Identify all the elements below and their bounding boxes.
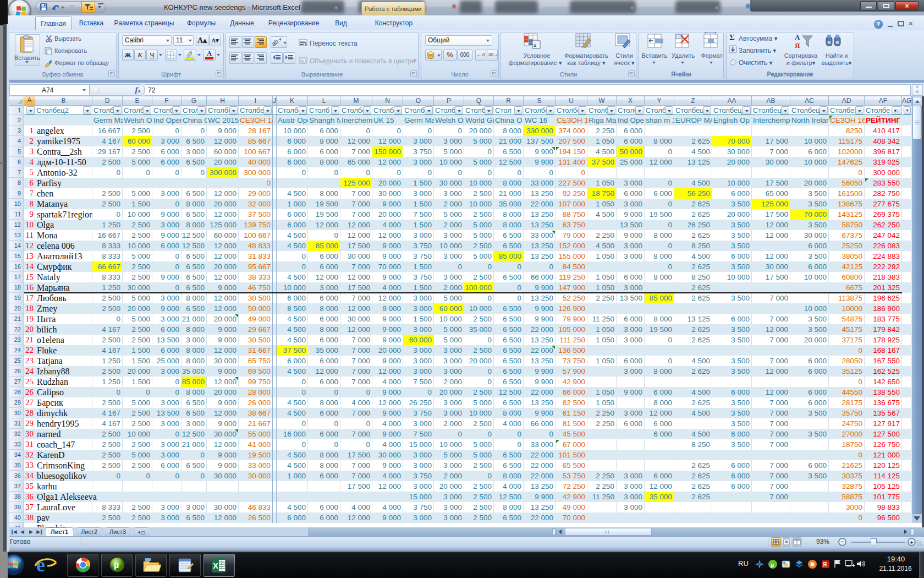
svg-text:≤: ≤ (534, 42, 537, 48)
svg-text:e: e (36, 554, 45, 576)
svg-text:µ: µ (771, 561, 774, 568)
svg-text:X: X (213, 561, 218, 570)
svg-text:Я: Я (823, 561, 827, 568)
svg-text:Я: Я (795, 41, 800, 50)
svg-text:µ: µ (114, 560, 119, 570)
svg-text:a: a (301, 59, 304, 63)
svg-text:ab: ab (271, 38, 279, 47)
svg-text:А: А (795, 33, 800, 41)
